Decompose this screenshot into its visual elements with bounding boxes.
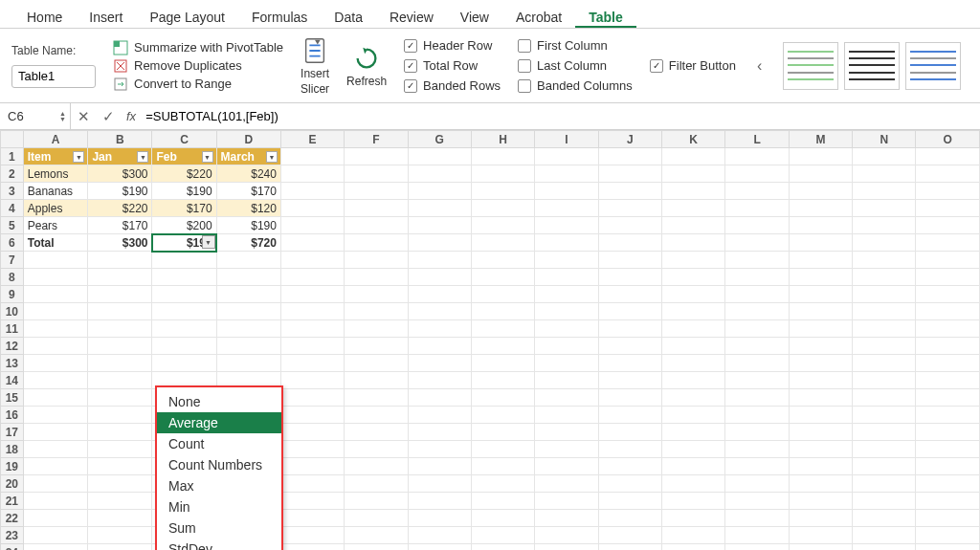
- banded-rows-check[interactable]: Banded Rows: [404, 78, 501, 93]
- total-jan-cell[interactable]: $300: [88, 234, 152, 252]
- cell[interactable]: [916, 217, 980, 234]
- dropdown-item-stddev[interactable]: StdDev: [157, 539, 281, 550]
- cell[interactable]: [916, 544, 980, 551]
- cell[interactable]: [345, 441, 408, 458]
- cell[interactable]: [725, 200, 789, 217]
- cell[interactable]: [853, 269, 916, 286]
- cell[interactable]: [916, 338, 980, 355]
- cell[interactable]: [916, 510, 980, 527]
- cell[interactable]: [535, 372, 598, 389]
- cell[interactable]: [789, 183, 852, 200]
- cell[interactable]: [471, 458, 534, 475]
- cell[interactable]: [725, 165, 789, 183]
- cell[interactable]: [535, 234, 598, 252]
- cell[interactable]: [853, 544, 916, 551]
- cell[interactable]: [853, 338, 916, 355]
- cell[interactable]: [916, 200, 980, 217]
- cell[interactable]: [152, 338, 216, 355]
- cell[interactable]: [598, 165, 661, 183]
- cell[interactable]: [725, 372, 789, 389]
- cell[interactable]: [345, 372, 408, 389]
- cell[interactable]: [471, 234, 534, 252]
- cell[interactable]: [662, 510, 725, 527]
- cell[interactable]: [23, 493, 88, 510]
- cell[interactable]: [598, 527, 661, 544]
- cell[interactable]: [280, 544, 344, 551]
- cell[interactable]: [598, 407, 661, 424]
- cell[interactable]: [598, 510, 661, 527]
- cell[interactable]: [853, 234, 916, 252]
- cell[interactable]: [789, 234, 852, 252]
- filter-icon[interactable]: ▼: [137, 151, 148, 163]
- cell[interactable]: [789, 303, 852, 320]
- tab-data[interactable]: Data: [321, 6, 376, 28]
- cell[interactable]: [471, 544, 534, 551]
- cell[interactable]: [662, 286, 725, 303]
- cell[interactable]: [662, 252, 725, 269]
- cell[interactable]: [280, 510, 344, 527]
- cell[interactable]: [789, 424, 852, 441]
- cell[interactable]: [725, 183, 789, 200]
- cell[interactable]: [408, 234, 471, 252]
- cell[interactable]: [88, 252, 152, 269]
- column-header-B[interactable]: B: [88, 131, 152, 148]
- cell[interactable]: [152, 252, 216, 269]
- cell[interactable]: [216, 252, 280, 269]
- table-cell[interactable]: $190: [216, 217, 280, 234]
- cell[interactable]: [345, 338, 408, 355]
- row-header[interactable]: 7: [1, 252, 24, 269]
- cell[interactable]: [789, 286, 852, 303]
- summarize-pivot-button[interactable]: Summarize with PivotTable: [113, 40, 283, 55]
- cell[interactable]: [662, 338, 725, 355]
- cell[interactable]: [789, 200, 852, 217]
- cell[interactable]: [408, 200, 471, 217]
- cell[interactable]: [280, 441, 344, 458]
- cell[interactable]: [345, 183, 408, 200]
- cell[interactable]: [535, 148, 598, 165]
- cell[interactable]: [662, 269, 725, 286]
- cell[interactable]: [280, 165, 344, 183]
- column-header-A[interactable]: A: [23, 131, 88, 148]
- cell[interactable]: [88, 458, 152, 475]
- cell[interactable]: [662, 407, 725, 424]
- column-header-G[interactable]: G: [408, 131, 471, 148]
- cell[interactable]: [408, 355, 471, 372]
- cell[interactable]: [345, 165, 408, 183]
- cell[interactable]: [598, 475, 661, 493]
- cell[interactable]: [345, 252, 408, 269]
- cell[interactable]: [471, 269, 534, 286]
- filter-icon[interactable]: ▼: [73, 151, 84, 163]
- cell[interactable]: [853, 493, 916, 510]
- table-style-green[interactable]: [783, 42, 838, 90]
- cell[interactable]: [216, 286, 280, 303]
- cell[interactable]: [345, 217, 408, 234]
- column-header-J[interactable]: J: [598, 131, 661, 148]
- cell[interactable]: [662, 527, 725, 544]
- column-header-N[interactable]: N: [853, 131, 916, 148]
- cell[interactable]: [408, 510, 471, 527]
- cell[interactable]: [280, 389, 344, 407]
- cell[interactable]: [345, 544, 408, 551]
- cell[interactable]: [471, 320, 534, 338]
- cell[interactable]: [535, 475, 598, 493]
- cell[interactable]: [916, 527, 980, 544]
- cell[interactable]: [725, 234, 789, 252]
- table-cell[interactable]: $190: [88, 183, 152, 200]
- table-style-black[interactable]: [844, 42, 900, 90]
- row-header[interactable]: 24: [1, 544, 24, 551]
- cell[interactable]: [535, 493, 598, 510]
- cell[interactable]: [471, 165, 534, 183]
- cell[interactable]: [598, 286, 661, 303]
- cell[interactable]: [725, 269, 789, 286]
- cell[interactable]: [345, 407, 408, 424]
- cell[interactable]: [789, 527, 852, 544]
- row-header[interactable]: 2: [1, 165, 24, 183]
- cell[interactable]: [23, 320, 88, 338]
- select-all-corner[interactable]: [1, 131, 24, 148]
- tab-insert[interactable]: Insert: [76, 6, 136, 28]
- tab-page-layout[interactable]: Page Layout: [136, 6, 238, 28]
- cell[interactable]: [662, 493, 725, 510]
- cell[interactable]: [23, 355, 88, 372]
- row-header[interactable]: 19: [1, 458, 24, 475]
- cell[interactable]: [725, 286, 789, 303]
